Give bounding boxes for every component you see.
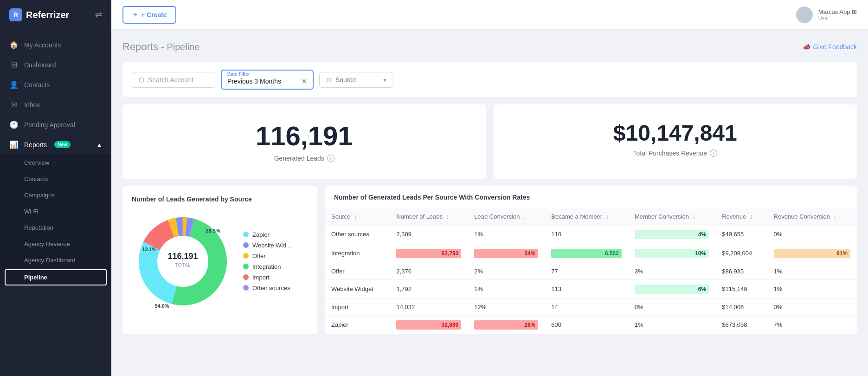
table-cell: 1% [468, 225, 545, 244]
col-member-conv[interactable]: Member Conversion ↕ [628, 208, 715, 225]
feedback-link[interactable]: 📣 Give Feedback [803, 43, 857, 51]
table-cell: 10% [628, 244, 715, 263]
table-cell: 4% [628, 225, 715, 244]
table-cell: 0% [628, 298, 715, 315]
page-title: Reports - Pipeline [122, 41, 200, 53]
integration-dot [243, 264, 249, 269]
sidebar-sub-reputation[interactable]: Reputation [0, 220, 111, 236]
table-cell: $49,655 [715, 225, 767, 244]
svg-text:TOTAL: TOTAL [175, 262, 191, 268]
source-dropdown-icon: ▾ [383, 76, 386, 84]
donut-svg: 116,191 TOTAL 28.3% 12.1% 54.0% [132, 210, 234, 312]
col-lead-conv[interactable]: Lead Conversion ↕ [468, 208, 545, 225]
table-cell: 7% [767, 315, 857, 334]
topbar: ＋ + Create Marcus App ⊞ User [111, 0, 868, 30]
table-cell: Website Widget [325, 279, 390, 298]
cell-bar: 91% [774, 249, 850, 258]
sidebar-nav: 🏠 My Accounts ⊞ Dashboard 👤 Contacts ✉ I… [0, 30, 111, 376]
sidebar-sub-contacts[interactable]: Contacts [0, 171, 111, 187]
sidebar-sub-agency-revenue[interactable]: Agency Revenue [0, 236, 111, 252]
cell-bar-leads: 62,793 [396, 249, 461, 258]
donut-chart-title: Number of Leads Generated by Source [132, 195, 308, 203]
table-cell: Import [325, 298, 390, 315]
create-button[interactable]: ＋ + Create [122, 6, 176, 24]
date-filter-value: Previous 3 Months ✕ [227, 78, 307, 85]
leads-table-card: Number of Generated Leads Per Source Wit… [325, 186, 857, 334]
svg-text:116,191: 116,191 [167, 252, 198, 261]
sidebar-logo: R Referrizer ⇌ [0, 0, 111, 30]
sidebar-item-my-accounts[interactable]: 🏠 My Accounts [0, 35, 111, 55]
table-row: Zapier32,88928%6001%$673,0587% [325, 315, 857, 334]
cell-bar-leads: 32,889 [396, 320, 461, 330]
revenue-info-icon[interactable]: i [710, 149, 717, 157]
date-filter-close[interactable]: ✕ [302, 78, 307, 85]
legend-import: Import [243, 274, 291, 281]
table-row: Integration62,79354%6,56210%$9,209,00491… [325, 244, 857, 263]
dashboard-icon: ⊞ [9, 60, 19, 69]
contacts-icon: 👤 [9, 80, 19, 89]
col-source[interactable]: Source ↕ [325, 208, 390, 225]
generated-leads-card: 116,191 Generated Leads i [122, 104, 486, 179]
sidebar-sub-wifi[interactable]: Wi-Fi [0, 203, 111, 220]
sidebar-item-contacts[interactable]: 👤 Contacts [0, 75, 111, 95]
source-filter[interactable]: ⊙ Source ▾ [319, 72, 393, 88]
cell-bar: 6% [635, 285, 709, 294]
sidebar-sub-overview[interactable]: Overview [0, 155, 111, 171]
source-icon: ⊙ [326, 76, 332, 84]
sidebar-item-pending-approval[interactable]: 🕐 Pending Approval [0, 115, 111, 135]
col-leads[interactable]: Number of Leads ↕ [390, 208, 468, 225]
sidebar-sub-pipeline[interactable]: Pipeline [5, 269, 107, 285]
topbar-right: Marcus App ⊞ User [796, 6, 857, 23]
inbox-icon: ✉ [9, 100, 19, 109]
col-revenue[interactable]: Revenue ↕ [715, 208, 767, 225]
table-cell: 1% [767, 263, 857, 279]
table-cell: Zapier [325, 315, 390, 334]
col-rev-conv[interactable]: Revenue Conversion ↕ [767, 208, 857, 225]
table-cell-member: 600 [545, 315, 628, 334]
sidebar: R Referrizer ⇌ 🏠 My Accounts ⊞ Dashboard… [0, 0, 111, 376]
table-cell-leads: 2,376 [390, 263, 468, 279]
table-cell-member: 77 [545, 263, 628, 279]
table-row: Website Widget1,7921%1136%$115,1491% [325, 279, 857, 298]
cell-bar-member: 6,562 [551, 249, 622, 258]
sidebar-item-inbox[interactable]: ✉ Inbox [0, 95, 111, 115]
cell-bar: 10% [635, 249, 709, 258]
offer-dot [243, 253, 249, 259]
sidebar-sub-campaigns[interactable]: Campaigns [0, 187, 111, 203]
sidebar-toggle[interactable]: ⇌ [95, 10, 102, 20]
table-cell: 1% [468, 279, 545, 298]
pending-icon: 🕐 [9, 120, 19, 129]
main-area: ＋ + Create Marcus App ⊞ User Reports - P… [111, 0, 868, 376]
import-dot [243, 274, 249, 280]
reports-arrow: ▲ [96, 142, 102, 148]
date-filter[interactable]: Date Filter Previous 3 Months ✕ [221, 70, 314, 90]
generated-leads-value: 116,191 [134, 121, 475, 151]
legend-other-sources: Other sources [243, 285, 291, 292]
user-info: Marcus App ⊞ User [818, 8, 857, 21]
cell-bar: 54% [474, 249, 538, 258]
sidebar-item-dashboard[interactable]: ⊞ Dashboard [0, 55, 111, 75]
revenue-card: $10,147,841 Total Purchases Revenue i [494, 104, 857, 179]
content-area: Reports - Pipeline 📣 Give Feedback ⬡ Sea… [111, 30, 868, 376]
table-cell: 12% [468, 298, 545, 315]
table-cell-member: 14 [545, 298, 628, 315]
table-cell-leads: 2,309 [390, 225, 468, 244]
table-cell: Offer [325, 263, 390, 279]
user-avatar [796, 6, 813, 23]
table-title: Number of Generated Leads Per Source Wit… [325, 186, 857, 201]
legend-offer: Offer [243, 253, 291, 259]
search-account-filter[interactable]: ⬡ Search Account [132, 72, 215, 88]
donut-legend: Zapier Website Wid... Offer Integra [243, 231, 291, 292]
col-member[interactable]: Became a Member ↕ [545, 208, 628, 225]
table-body: Other sources2,3091%1104%$49,6550%Integr… [325, 225, 857, 334]
revenue-label: Total Purchases Revenue i [505, 149, 846, 157]
create-plus-icon: ＋ [132, 11, 138, 19]
leads-info-icon[interactable]: i [327, 155, 334, 162]
page-header: Reports - Pipeline 📣 Give Feedback [122, 41, 857, 53]
sidebar-sub-agency-dashboard[interactable]: Agency Dashboard [0, 252, 111, 268]
table-cell: 3% [628, 263, 715, 279]
legend-website-widget: Website Wid... [243, 242, 291, 249]
cell-bar: 28% [474, 320, 538, 330]
sidebar-item-reports[interactable]: 📊 Reports New ▲ [0, 135, 111, 155]
donut-svg-wrapper: 116,191 TOTAL 28.3% 12.1% 54.0% [132, 210, 234, 312]
